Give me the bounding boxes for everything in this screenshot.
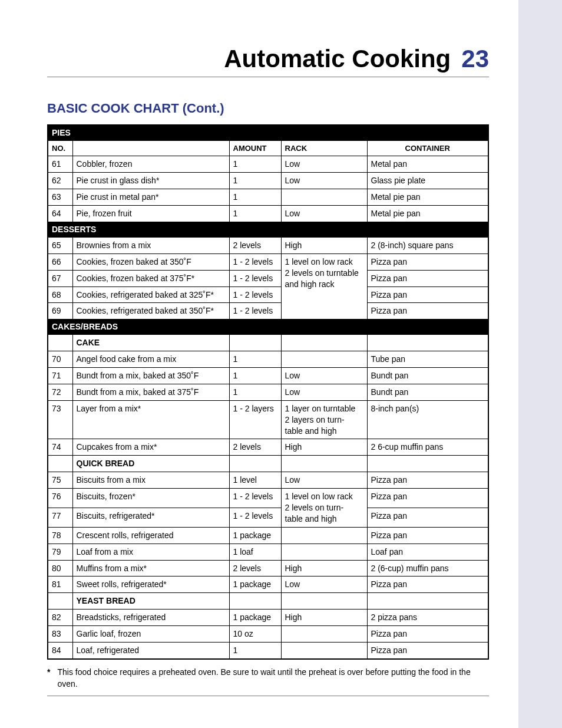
table-row: 64Pie, frozen fruit1LowMetal pie pan [48, 206, 488, 222]
cook-chart-table: Pies NO. AMOUNT RACK CONTAINER 61Cobbler… [47, 124, 489, 660]
table-row: 80Muffins from a mix*2 levelsHigh2 (6-cu… [48, 560, 488, 577]
table-row: 61Cobbler, frozen1LowMetal pan [48, 156, 488, 173]
col-name-blank [72, 140, 229, 156]
col-amount: AMOUNT [229, 140, 281, 156]
section-header-cakes-breads: Cakes/Breads [48, 319, 488, 335]
section-label: Cakes/Breads [48, 319, 488, 335]
table-row: 76Biscuits, frozen*1 - 2 levels1 level o… [48, 489, 488, 508]
table-row: 83Garlic loaf, frozen10 ozPizza pan [48, 626, 488, 643]
table-row: 67Cookies, frozen baked at 375˚F*1 - 2 l… [48, 270, 488, 286]
table-row: 79Loaf from a mix1 loafLoaf pan [48, 543, 488, 560]
footnote: * This food choice requires a preheated … [47, 667, 489, 690]
table-row: 65Brownies from a mix2 levelsHigh2 (8-in… [48, 237, 488, 253]
table-row: 72Bundt from a mix, baked at 375˚F1LowBu… [48, 384, 488, 400]
subheader-quick-bread: Quick Bread [48, 456, 488, 472]
rack-merged: 1 level on low rack 2 levels on turn- ta… [281, 489, 367, 528]
table-row: 69Cookies, refrigerated baked at 350˚F*1… [48, 303, 488, 319]
table-row: 63Pie crust in metal pan*1Metal pie pan [48, 189, 488, 206]
subheader-cake: Cake [48, 335, 488, 351]
col-container: CONTAINER [367, 140, 488, 156]
page-header: Automatic Cooking 23 [47, 45, 489, 77]
table-row: 68Cookies, refrigerated baked at 325˚F*1… [48, 286, 488, 303]
table-row: 78Crescent rolls, refrigerated1 packageP… [48, 527, 488, 543]
bottom-rule [47, 696, 489, 696]
table-row: 62Pie crust in glass dish*1LowGlass pie … [48, 173, 488, 189]
table-row: 75Biscuits from a mix1 levelLowPizza pan [48, 472, 488, 489]
table-row: 77Biscuits, refrigerated*1 - 2 levelsPiz… [48, 508, 488, 527]
table-row: 71Bundt from a mix, baked at 350˚F1LowBu… [48, 368, 488, 384]
table-row: 74Cupcakes from a mix*2 levelsHigh2 6-cu… [48, 439, 488, 456]
header-title: Automatic Cooking [224, 45, 451, 73]
footnote-symbol: * [47, 667, 50, 690]
subheader-yeast-bread: Yeast Bread [48, 593, 488, 610]
section-header-pies: Pies [48, 125, 488, 140]
page-content: Automatic Cooking 23 BASIC COOK CHART (C… [0, 0, 518, 728]
col-rack: RACK [281, 140, 367, 156]
section-label: Pies [48, 125, 488, 140]
section-title: BASIC COOK CHART (Cont.) [47, 101, 489, 116]
page-number: 23 [461, 45, 489, 73]
table-row: 84Loaf, refrigerated1Pizza pan [48, 643, 488, 659]
section-header-desserts: Desserts [48, 222, 488, 238]
footnote-text: This food choice requires a preheated ov… [57, 667, 489, 690]
table-row: 73Layer from a mix*1 - 2 layers1 layer o… [48, 400, 488, 439]
table-row: 70Angel food cake from a mix1Tube pan [48, 351, 488, 368]
table-row: 81Sweet rolls, refrigerated*1 packageLow… [48, 577, 488, 593]
table-row: 82Breadsticks, refrigerated1 packageHigh… [48, 610, 488, 626]
rack-merged: 1 level on low rack 2 levels on turntabl… [281, 253, 367, 319]
column-header-row: NO. AMOUNT RACK CONTAINER [48, 140, 488, 156]
col-no: NO. [48, 140, 72, 156]
right-margin-band [518, 0, 562, 728]
section-label: Desserts [48, 222, 488, 238]
table-row: 66Cookies, frozen baked at 350˚F1 - 2 le… [48, 253, 488, 270]
